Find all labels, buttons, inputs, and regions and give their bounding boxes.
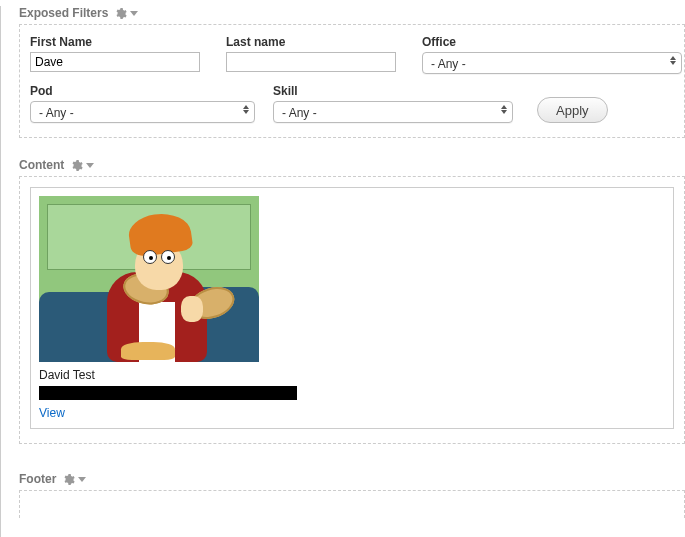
first-name-input[interactable] <box>30 52 200 72</box>
last-name-input[interactable] <box>226 52 396 72</box>
stepper-icon <box>243 105 249 114</box>
content-header: Content <box>19 158 685 172</box>
item-title: David Test <box>39 368 665 382</box>
skill-select-value: - Any - <box>274 102 512 124</box>
first-name-label: First Name <box>30 35 200 49</box>
office-select[interactable]: - Any - <box>422 52 682 74</box>
apply-button[interactable]: Apply <box>537 97 608 123</box>
gear-icon <box>70 159 83 172</box>
chevron-down-icon <box>86 163 94 168</box>
gear-icon <box>62 473 75 486</box>
profile-image <box>39 196 259 362</box>
exposed-filters-panel: First Name Last name Office - Any - Pod … <box>19 24 685 138</box>
last-name-field: Last name <box>226 35 396 74</box>
content-panel: David Test View <box>19 176 685 444</box>
redacted-bar <box>39 386 297 400</box>
pod-field: Pod - Any - <box>30 84 255 123</box>
pod-select-value: - Any - <box>31 102 254 124</box>
exposed-filters-settings[interactable] <box>114 7 138 20</box>
office-field: Office - Any - <box>422 35 682 74</box>
pod-select[interactable]: - Any - <box>30 101 255 123</box>
office-label: Office <box>422 35 682 49</box>
content-item: David Test View <box>30 187 674 429</box>
last-name-label: Last name <box>226 35 396 49</box>
skill-field: Skill - Any - <box>273 84 513 123</box>
gear-icon <box>114 7 127 20</box>
pod-label: Pod <box>30 84 255 98</box>
footer-panel <box>19 490 685 518</box>
chevron-down-icon <box>78 477 86 482</box>
chevron-down-icon <box>130 11 138 16</box>
exposed-filters-header: Exposed Filters <box>19 6 685 20</box>
first-name-field: First Name <box>30 35 200 74</box>
stepper-icon <box>501 105 507 114</box>
skill-label: Skill <box>273 84 513 98</box>
footer-header: Footer <box>19 472 685 486</box>
footer-settings[interactable] <box>62 473 86 486</box>
content-title: Content <box>19 158 64 172</box>
content-settings[interactable] <box>70 159 94 172</box>
skill-select[interactable]: - Any - <box>273 101 513 123</box>
stepper-icon <box>670 56 676 65</box>
footer-title: Footer <box>19 472 56 486</box>
view-link[interactable]: View <box>39 406 65 420</box>
office-select-value: - Any - <box>423 53 681 75</box>
exposed-filters-title: Exposed Filters <box>19 6 108 20</box>
